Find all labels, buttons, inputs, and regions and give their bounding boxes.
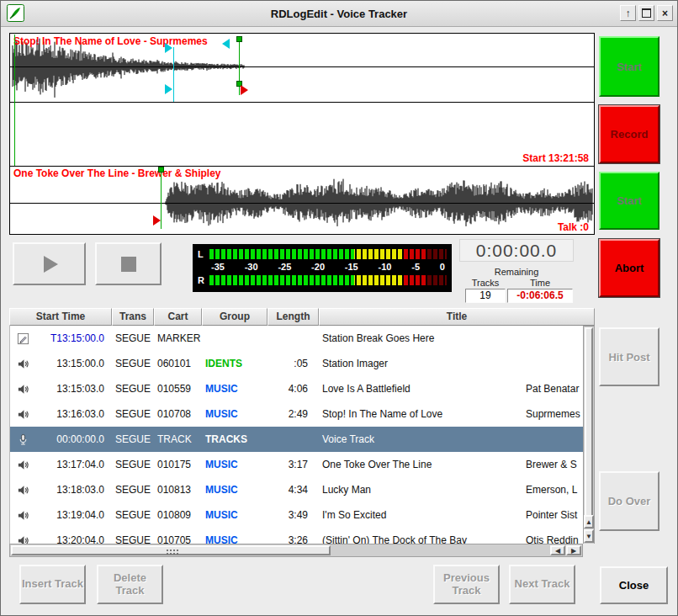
titlebar[interactable]: RDLogEdit - Voice Tracker ↑ ×	[1, 1, 677, 27]
cell-start-time: 13:18:03.0	[35, 484, 113, 496]
track2-start-marker-handle[interactable]	[158, 167, 164, 173]
cell-title: Lucky Man	[320, 484, 523, 496]
segue-start-marker-bottom-handle[interactable]	[165, 84, 172, 94]
elapsed-time-display: 0:00:00.0	[459, 239, 574, 262]
track1-end-marker-top-handle[interactable]	[236, 36, 242, 42]
voice-tracker-window: RDLogEdit - Voice Tracker ↑ × Stop! In T…	[0, 0, 678, 616]
cell-group: MUSIC	[203, 459, 268, 470]
table-row-selected[interactable]: 00:00:00.0 SEGUE TRACK TRACKS Voice Trac…	[10, 427, 584, 452]
audio-meter: L -35-30-25-20-15-10-50 R	[193, 244, 452, 292]
scrollbar-corner	[583, 544, 595, 557]
cell-trans: SEGUE	[113, 459, 155, 470]
close-icon: ×	[662, 8, 668, 19]
track2-start-marker-line[interactable]	[161, 167, 162, 229]
vertical-scrollbar-thumb[interactable]	[585, 327, 593, 519]
meter-right-label: R	[198, 275, 209, 285]
track2-fade-marker[interactable]	[153, 215, 161, 226]
cell-trans: SEGUE	[113, 509, 155, 521]
cell-artist: Brewer & S	[523, 459, 584, 470]
play-button[interactable]	[13, 242, 86, 285]
table-row[interactable]: T13:15:00.0 SEGUE MARKER Station Break G…	[10, 326, 584, 351]
header-group[interactable]: Group	[202, 308, 267, 326]
header-trans[interactable]: Trans	[112, 308, 154, 326]
cell-group: TRACKS	[203, 433, 268, 445]
cell-length: 3:26	[268, 534, 320, 544]
cell-title: Voice Track	[320, 433, 523, 445]
speaker-icon	[10, 408, 35, 421]
cell-trans: SEGUE	[113, 408, 155, 420]
cell-length: 3:49	[268, 509, 320, 521]
remaining-time-value: -0:06:06.5	[507, 289, 573, 303]
close-button[interactable]: Close	[600, 566, 668, 604]
cell-cart: TRACK	[155, 433, 203, 445]
scroll-right-button[interactable]: ▶	[566, 545, 581, 555]
segue-start-marker-top-handle[interactable]	[165, 43, 172, 53]
cell-artist: Pat Benatar	[523, 383, 584, 395]
segue-end-marker-handle[interactable]	[222, 39, 230, 49]
header-length[interactable]: Length	[267, 308, 319, 326]
cell-artist: Otis Reddin	[523, 534, 584, 544]
cell-start-time: 13:19:04.0	[35, 509, 113, 521]
play-icon	[39, 253, 61, 275]
cell-title: One Toke Over The Line	[320, 459, 523, 470]
remaining-time-label: Time	[508, 278, 572, 288]
insert-track-button[interactable]: Insert Track	[19, 565, 86, 604]
cell-title: Station Imager	[320, 358, 523, 369]
track1-position-marker[interactable]	[14, 35, 15, 166]
next-track-button[interactable]: Next Track	[509, 565, 575, 604]
maximize-icon	[642, 8, 651, 18]
table-row[interactable]: 13:15:03.0 SEGUE 010559 MUSIC 4:06 Love …	[10, 376, 584, 401]
header-title[interactable]: Title	[319, 308, 595, 326]
cell-cart: 010813	[155, 484, 203, 496]
meter-left-label: L	[198, 249, 209, 259]
cell-artist: Emerson, L	[523, 484, 584, 496]
header-cart[interactable]: Cart	[154, 308, 202, 326]
start-track2-button[interactable]: Start	[599, 172, 659, 230]
cell-start-time: 00:00:00.0	[35, 433, 113, 445]
cell-cart: 010559	[155, 383, 203, 395]
abort-button[interactable]: Abort	[599, 239, 659, 297]
start-track1-button[interactable]: Start	[599, 36, 659, 97]
scroll-up-button[interactable]: ▲	[584, 515, 594, 528]
cell-start-time: 13:15:00.0	[35, 358, 113, 369]
cell-title: Love Is A Battlefield	[320, 383, 523, 395]
track1-start-label: Start 13:21:58	[522, 152, 589, 164]
cell-artist: Suprmemes	[523, 408, 584, 420]
table-row[interactable]: 13:20:04.0 SEGUE 010705 MUSIC 3:26 (Sitt…	[10, 528, 584, 544]
remaining-tracks-label: Tracks	[464, 278, 506, 288]
cell-artist: Pointer Sist	[523, 509, 584, 521]
speaker-icon	[10, 383, 35, 396]
table-row[interactable]: 13:15:00.0 SEGUE 060101 IDENTS :05 Stati…	[10, 351, 584, 376]
cell-cart: 010705	[155, 534, 203, 544]
scroll-left-button[interactable]: ◀	[550, 545, 565, 555]
table-row[interactable]: 13:17:04.0 SEGUE 010175 MUSIC 3:17 One T…	[10, 452, 584, 477]
cell-title: Stop! In The Name of Love	[320, 408, 523, 420]
hit-post-button[interactable]: Hit Post	[599, 327, 659, 386]
scroll-down-button[interactable]: ▼	[584, 529, 594, 543]
track1-fade-marker[interactable]	[241, 85, 248, 95]
horizontal-scrollbar[interactable]: ◀ ▶	[9, 544, 583, 557]
close-window-button[interactable]: ×	[657, 5, 673, 21]
delete-track-button[interactable]: Delete Track	[97, 565, 163, 604]
record-button[interactable]: Record	[599, 105, 659, 163]
window-controls: ↑ ×	[620, 5, 673, 21]
table-row[interactable]: 13:19:04.0 SEGUE 010809 MUSIC 3:49 I'm S…	[10, 502, 584, 528]
shade-button[interactable]: ↑	[620, 5, 636, 21]
cell-group: MUSIC	[203, 408, 268, 420]
cell-title: I'm So Excited	[320, 509, 523, 521]
cell-group: MUSIC	[203, 534, 268, 544]
table-row[interactable]: 13:16:03.0 SEGUE 010708 MUSIC 2:49 Stop!…	[10, 401, 584, 427]
previous-track-button[interactable]: Previous Track	[433, 565, 500, 604]
header-start-time[interactable]: Start Time	[9, 308, 112, 326]
track2-talk-label: Talk :0	[558, 221, 589, 233]
maximize-button[interactable]	[638, 5, 654, 21]
segue-start-marker-line[interactable]	[173, 47, 174, 102]
window-title: RDLogEdit - Voice Tracker	[1, 8, 677, 20]
table-row[interactable]: 13:18:03.0 SEGUE 010813 MUSIC 4:34 Lucky…	[10, 477, 584, 502]
cell-group: MUSIC	[203, 484, 268, 496]
horizontal-scrollbar-thumb[interactable]	[11, 545, 331, 555]
cell-start-time: 13:17:04.0	[35, 459, 113, 470]
stop-button[interactable]	[95, 242, 162, 285]
vertical-scrollbar[interactable]: ▲ ▼	[583, 326, 595, 557]
do-over-button[interactable]: Do Over	[599, 471, 659, 531]
